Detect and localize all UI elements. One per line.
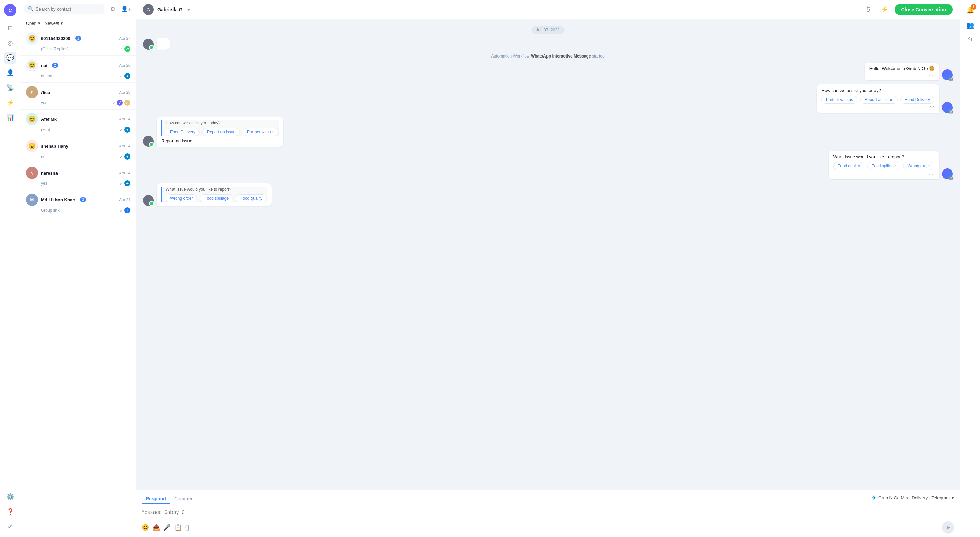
search-bar[interactable]: 🔍 xyxy=(24,4,105,14)
contact-preview: yes xyxy=(41,181,47,186)
incoming-avatar xyxy=(143,136,154,147)
contact-dropdown-arrow[interactable]: ▾ xyxy=(188,7,190,12)
filter-open-btn[interactable]: Open ▾ xyxy=(26,21,40,26)
contact-list: 😊 601154420200 1 Apr 27 (Quick Replies) … xyxy=(21,29,136,537)
message-text: Hello! Welcome to Grub N Go 🍔 xyxy=(869,66,934,71)
lightning-icon[interactable]: ⚡ xyxy=(878,3,891,16)
option-partner[interactable]: Partner with us xyxy=(821,96,858,104)
audio-button[interactable]: 🎤 xyxy=(163,524,171,531)
option-food-spillage: Food spillage xyxy=(200,194,233,202)
send-button[interactable]: ➤ xyxy=(942,521,954,534)
settings-icon[interactable]: ⚙️ xyxy=(4,491,16,503)
list-item[interactable]: M Md Likhon Khan 3 Apr 24 Group link ↙ f xyxy=(21,190,136,217)
emoji-button[interactable]: 😊 xyxy=(142,524,149,531)
contact-preview: dunno xyxy=(41,73,52,78)
chat-icon[interactable]: 💬 xyxy=(4,52,16,64)
contacts-icon[interactable]: 👤 xyxy=(4,67,16,79)
history-icon[interactable]: ⏱ xyxy=(964,34,976,46)
close-conversation-button[interactable]: Close Conversation xyxy=(894,4,953,15)
telegram-icon: ✈ xyxy=(872,494,876,501)
contact-date: Apr 24 xyxy=(119,144,130,148)
message-text: How can we assist you today? xyxy=(821,88,934,93)
channel-dropdown-arrow[interactable]: ▾ xyxy=(952,495,954,500)
unread-badge: 2 xyxy=(52,63,58,68)
quoted-options: Wrong order Food spillage Food quality xyxy=(166,194,267,202)
telegram-channel-icon: ✈ xyxy=(124,180,130,186)
reply-tabs-row: Respond Comment ✈ Grub N Go Meal Deliver… xyxy=(142,494,954,504)
agents-icon[interactable]: 👥 xyxy=(964,19,976,31)
contact-avatar: 😠 xyxy=(26,140,38,152)
user-avatar[interactable]: C xyxy=(4,4,16,16)
contact-date: Apr 24 xyxy=(119,171,130,175)
tick-icon: ↙ xyxy=(120,208,123,213)
option-wrong-order[interactable]: Wrong order xyxy=(903,162,934,170)
checkall-icon[interactable]: ✔ xyxy=(4,521,16,533)
option-food-quality[interactable]: Food quality xyxy=(833,162,864,170)
message-text: Hi xyxy=(161,41,165,46)
message-row: What issue would you like to report? Foo… xyxy=(143,151,953,179)
contact-avatar: 😊 xyxy=(26,32,38,45)
help-icon[interactable]: ❓ xyxy=(4,506,16,518)
add-contact-icon[interactable]: 👤+ xyxy=(121,3,132,14)
tab-respond[interactable]: Respond xyxy=(142,494,170,504)
tab-comment[interactable]: Comment xyxy=(170,494,199,504)
reports-icon[interactable]: 📊 xyxy=(4,112,16,124)
message-status: ✓✓ xyxy=(821,105,934,110)
contact-preview: (File) xyxy=(41,127,50,132)
contact-preview: no xyxy=(41,154,45,159)
message-bubble: Hello! Welcome to Grub N Go 🍔 ✓✓ xyxy=(865,63,939,80)
contact-avatar: M xyxy=(26,194,38,206)
message-row: Hello! Welcome to Grub N Go 🍔 ✓✓ xyxy=(143,63,953,80)
list-item[interactable]: 😠 šhéháb Häny Apr 24 no ↙ ✈ xyxy=(21,137,136,163)
list-item[interactable]: N naresha Apr 24 yes ↙ ✈ xyxy=(21,163,136,190)
whatsapp-channel-icon: W xyxy=(124,46,130,52)
unread-badge: 3 xyxy=(80,198,86,202)
search-input[interactable] xyxy=(36,6,101,11)
filter-sort-btn[interactable]: Newest ▾ xyxy=(45,21,63,26)
message-row: Hi xyxy=(143,38,953,50)
quoted-message: How can we assist you today? Food Delive… xyxy=(161,121,279,136)
sidebar-toggle-icon[interactable]: ⊟ xyxy=(4,22,16,34)
contact-avatar: 😊 xyxy=(26,113,38,125)
timer-icon[interactable]: ⏱ xyxy=(862,3,874,16)
telegram-channel-icon: ✈ xyxy=(124,127,130,133)
message-bubble: How can we assist you today? Food Delive… xyxy=(156,117,283,147)
contact-date: Apr 24 xyxy=(119,117,130,121)
contact-name: nai xyxy=(41,63,47,68)
tick-icon: ↙ xyxy=(120,155,123,159)
broadcast-icon[interactable]: 📡 xyxy=(4,82,16,94)
contact-name: 601154420200 xyxy=(41,36,70,41)
list-item[interactable]: 😊 nai 2 Apr 26 dunno ↙ ✈ xyxy=(21,56,136,83)
telegram-channel-icon: ✈ xyxy=(124,153,130,159)
message-row: How can we assist you today? Partner wit… xyxy=(143,84,953,113)
option-food-delivery[interactable]: Food Delivery xyxy=(900,96,934,104)
contact-name: Ліса xyxy=(41,90,50,95)
option-report[interactable]: Report an issue xyxy=(860,96,898,104)
tick-icon: ↙ xyxy=(120,74,123,78)
signature-button[interactable]: {} xyxy=(185,524,189,531)
template-button[interactable]: 📋 xyxy=(174,524,182,531)
reply-toolbar: 😊 📤 🎤 📋 {} ➤ xyxy=(142,521,954,534)
integrations-icon[interactable]: ⚡ xyxy=(4,97,16,109)
notifications-icon[interactable]: 🔔 1 xyxy=(964,4,976,16)
message-bubble: What issue would you like to report? Foo… xyxy=(829,151,939,179)
reply-input-area xyxy=(142,507,954,519)
message-bubble: How can we assist you today? Partner wit… xyxy=(817,84,939,113)
home-icon[interactable]: ◎ xyxy=(4,37,16,49)
attach-button[interactable]: 📤 xyxy=(153,524,160,531)
list-item[interactable]: 😊 Afef Mk Apr 24 (File) ↙ ✈ xyxy=(21,110,136,137)
incoming-avatar xyxy=(143,39,154,50)
chat-header-right: ⏱ ⚡ Close Conversation xyxy=(862,3,953,16)
option-food-spillage[interactable]: Food spillage xyxy=(867,162,900,170)
message-input[interactable] xyxy=(142,510,954,515)
list-item[interactable]: Л Ліса Apr 25 yes ↙ V A xyxy=(21,83,136,110)
channel-selector[interactable]: ✈ Grub N Go Meal Delivery - Telegram ▾ xyxy=(872,494,954,503)
filter-icon[interactable]: ⚙ xyxy=(107,3,118,14)
channel-name: Grub N Go Meal Delivery - Telegram xyxy=(878,495,950,500)
option-partner: Partner with us xyxy=(243,128,279,136)
second-avatar: A xyxy=(124,100,130,106)
contact-name: naresha xyxy=(41,171,58,175)
list-item[interactable]: 😊 601154420200 1 Apr 27 (Quick Replies) … xyxy=(21,29,136,56)
selected-option-text: Report an issue xyxy=(161,138,279,143)
message-status: ✓✓ xyxy=(869,72,934,77)
